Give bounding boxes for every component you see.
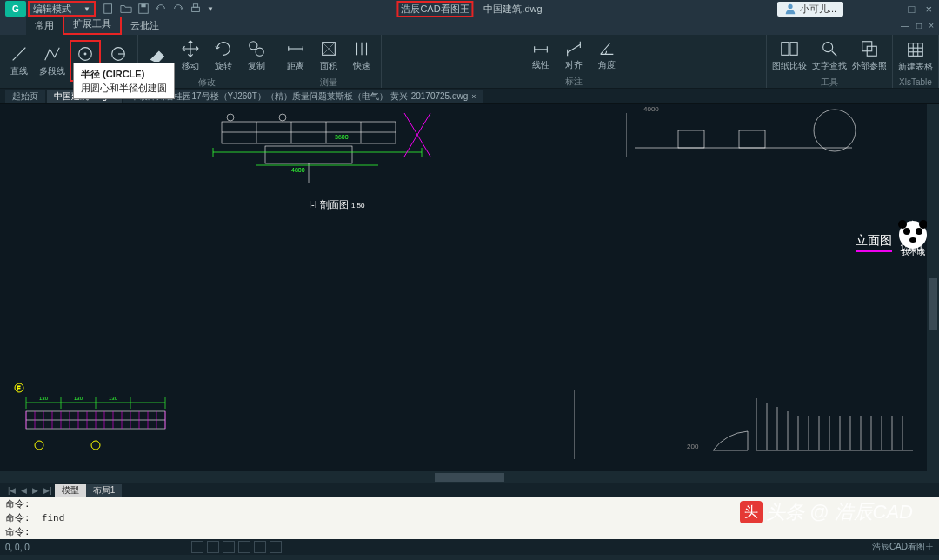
svg-text:4800: 4800 [291,167,305,173]
doc-tab-start[interactable]: 起始页 [5,90,45,103]
angle-button[interactable]: 角度 [591,34,623,76]
app-title: 浩辰CAD看图王 [396,1,473,17]
tab-cloud-annotate[interactable]: 云批注 [122,17,168,35]
minimize-button[interactable]: — [887,3,898,16]
scrollbar-thumb[interactable] [929,278,937,330]
horizontal-scrollbar[interactable] [0,471,939,483]
maximize-button[interactable]: □ [909,3,916,16]
find-label: 文字查找 [812,60,847,72]
svg-text:130: 130 [74,396,83,401]
rotate-button[interactable]: 旋转 [208,35,239,77]
otrack-toggle[interactable] [270,541,282,553]
linear-icon [531,38,550,57]
window-controls: — □ × [887,3,932,16]
close-icon[interactable]: × [471,92,476,101]
svg-line-29 [832,51,837,57]
table-button[interactable]: 新建表格 [896,36,935,77]
save-icon[interactable] [137,3,150,15]
app-logo[interactable]: G [5,1,26,17]
move-label: 移动 [182,60,199,72]
polar-toggle[interactable] [238,541,250,553]
sub-max-button[interactable]: □ [916,21,922,30]
osnap-toggle[interactable] [254,541,266,553]
layout-tab-model[interactable]: 模型 [55,484,86,497]
tab-nav-last-icon[interactable]: ▶| [41,486,54,495]
line-button[interactable]: 直线 [3,40,35,82]
distance-icon [286,39,305,58]
svg-rect-0 [104,4,112,14]
table-icon [906,40,925,59]
svg-point-58 [814,110,856,151]
tab-nav-next-icon[interactable]: ▶ [30,486,41,495]
new-icon[interactable] [103,3,115,15]
svg-point-84 [898,220,907,229]
area-button[interactable]: 面积 [313,35,344,77]
svg-text:F: F [17,385,20,391]
distance-button[interactable]: 距离 [280,35,311,77]
move-button[interactable]: 移动 [175,35,206,77]
coordinates: 0, 0, 0 [5,543,30,552]
grid-toggle[interactable] [207,541,219,553]
sub-min-button[interactable]: — [901,21,909,30]
svg-point-81 [903,228,910,235]
align-label: 对齐 [565,59,583,71]
area-label: 面积 [320,60,337,72]
svg-point-11 [250,42,257,50]
layout-tab-1[interactable]: 布局1 [86,484,123,497]
radius-icon [109,44,128,63]
group-measure: 距离 面积 快速 测量 [276,35,382,88]
sub-close-button[interactable]: × [929,21,934,30]
polyline-button[interactable]: 多段线 [37,40,68,82]
area-icon [319,39,338,58]
find-button[interactable]: 文字查找 [810,35,849,77]
svg-point-83 [909,237,916,243]
chevron-down-icon[interactable]: ▼ [207,5,214,13]
svg-rect-3 [192,7,200,11]
xref-button[interactable]: 外部参照 [850,35,889,77]
tooltip-body: 用圆心和半径创建圆 [81,81,167,95]
scrollbar-thumb[interactable] [435,473,504,482]
ortho-toggle[interactable] [223,541,235,553]
group-annotate-label: 标注 [565,76,583,89]
user-avatar-icon [784,3,796,15]
undo-icon[interactable] [155,3,167,15]
angle-icon [597,38,616,57]
open-icon[interactable] [120,3,132,15]
print-icon[interactable] [190,3,202,15]
svg-rect-27 [790,43,797,56]
svg-rect-56 [678,130,704,148]
snap-toggle[interactable] [191,541,203,553]
compare-button[interactable]: 图纸比较 [770,35,809,77]
cmd-input[interactable]: 命令: [5,525,934,539]
group-annotate: 线性 对齐 角度 标注 [382,35,767,88]
doc-title: 中国建筑.dwg [483,3,542,16]
line-icon [10,44,29,63]
group-xlstable: 新建表格 XlsTable [893,35,939,88]
redo-icon[interactable] [172,3,184,15]
align-button[interactable]: 对齐 [558,34,589,76]
close-button[interactable]: × [925,3,932,16]
elevation-title: 立面图 [856,233,892,252]
svg-point-45 [227,114,234,121]
user-area[interactable]: 小可儿... [777,2,843,17]
svg-line-23 [568,44,581,52]
quick-button[interactable]: 快速 [346,35,377,77]
line-label: 直线 [10,65,28,77]
circle-icon [76,44,95,63]
elevation-drawing: 4000 [626,104,922,278]
copy-button[interactable]: 复制 [241,35,272,77]
tab-nav-prev-icon[interactable]: ◀ [18,486,30,495]
tab-nav-first-icon[interactable]: |◀ [5,486,18,495]
copy-label: 复制 [248,60,265,72]
panda-sticker-icon [896,217,930,252]
tab-common[interactable]: 常用 [26,17,63,35]
vertical-scrollbar[interactable] [927,104,939,483]
drawing-canvas[interactable]: 48003600 I-I 剖面图 1:50 4000 立面图 1:100 130… [0,104,939,483]
linear-button[interactable]: 线性 [525,34,556,76]
edit-mode-dropdown[interactable]: 编辑模式 ▼ [28,1,96,17]
command-line[interactable]: 命令: 命令: _find 命令: [0,497,939,539]
svg-point-82 [916,228,922,235]
linear-label: 线性 [532,59,549,71]
polyline-label: 多段线 [39,65,65,77]
doc-tab-secondary[interactable]: 审改潭州碧桂园17号楼（YJ260T）（精）质量问题莱斯板（电气）-黄兴-201… [123,90,483,103]
